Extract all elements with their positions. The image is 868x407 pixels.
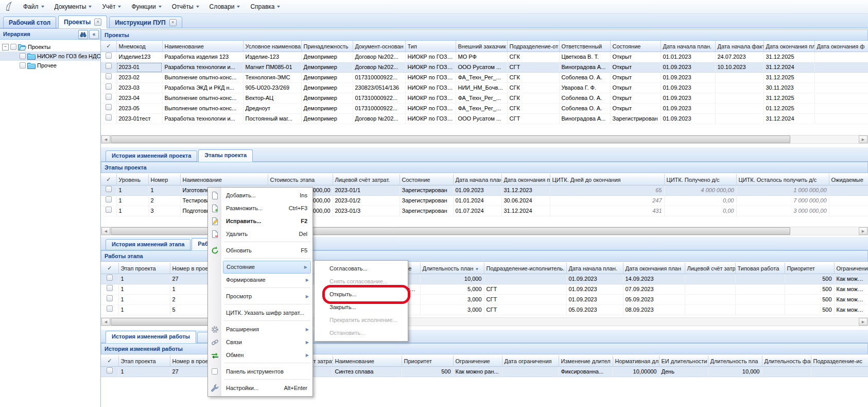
- menu-item[interactable]: УдалитьDel: [209, 228, 312, 241]
- cell[interactable]: 01.01.2024: [453, 196, 501, 206]
- menubar-item-functions[interactable]: Функции: [127, 3, 167, 10]
- tab-pup-instructions[interactable]: Инструкции ПУП×: [109, 16, 182, 28]
- tab-project-stages[interactable]: Этапы проекта: [198, 149, 253, 162]
- column-header[interactable]: Дата ограничения: [502, 355, 559, 367]
- column-header[interactable]: Условное наименова: [243, 41, 301, 52]
- menu-item[interactable]: Связи▶: [209, 336, 312, 349]
- menu-item[interactable]: Закрыть...: [315, 301, 407, 314]
- row-checkbox[interactable]: [106, 196, 112, 202]
- scrollbar-thumb[interactable]: [111, 135, 790, 143]
- column-header[interactable]: Мнемокод: [116, 41, 162, 52]
- column-header[interactable]: Ответственный: [559, 41, 610, 52]
- cell[interactable]: СГТ: [484, 305, 566, 315]
- tree-checkbox[interactable]: [10, 44, 16, 50]
- cell[interactable]: Договор №202...: [353, 52, 405, 62]
- select-all-header[interactable]: ✓: [101, 263, 118, 274]
- cell[interactable]: ФА_Техн_Рег_...: [456, 73, 507, 83]
- cell[interactable]: Как можно ран...: [834, 274, 868, 284]
- cell[interactable]: Зарегистрирован: [400, 196, 453, 206]
- cell[interactable]: [715, 93, 763, 104]
- cell[interactable]: 2023-01/2: [333, 196, 400, 206]
- cell[interactable]: Как можно ран...: [834, 305, 868, 315]
- cell[interactable]: 1: [118, 305, 170, 315]
- cell[interactable]: 0,00: [664, 196, 736, 206]
- cell[interactable]: 2: [148, 196, 180, 206]
- cell[interactable]: 2023-04: [116, 93, 162, 104]
- cell[interactable]: Соболева О. А.: [559, 104, 610, 114]
- cell[interactable]: [829, 196, 868, 206]
- cell[interactable]: 247: [550, 196, 664, 206]
- cell[interactable]: 017310000922...: [353, 104, 405, 114]
- cell[interactable]: [685, 284, 735, 295]
- cell[interactable]: 1: [118, 295, 170, 305]
- column-header[interactable]: ЦИТК. Осталось получить д/с: [736, 174, 829, 185]
- cell[interactable]: 30.11.2023: [763, 83, 814, 93]
- cell[interactable]: Зарегистрирован: [400, 185, 453, 196]
- cell[interactable]: Синтез сплава: [333, 367, 402, 377]
- row-checkbox[interactable]: [107, 367, 113, 374]
- cell[interactable]: 01.09.2023: [661, 104, 715, 114]
- menubar-item-file[interactable]: Файл: [19, 3, 50, 10]
- cell[interactable]: СГТ: [507, 114, 559, 124]
- cell[interactable]: 0,00: [664, 206, 736, 216]
- row-checkbox[interactable]: [107, 295, 113, 301]
- cell[interactable]: Демопример: [301, 73, 353, 83]
- column-header[interactable]: Приоритет: [785, 263, 834, 274]
- cell[interactable]: 01.09.2023: [661, 73, 715, 83]
- cell[interactable]: 10.10.2023: [715, 62, 763, 73]
- cell[interactable]: ООО Русатом ...: [456, 114, 507, 124]
- cell[interactable]: 01.09.2023: [661, 114, 715, 124]
- column-header[interactable]: Дата начала план: [453, 174, 501, 185]
- cell[interactable]: [814, 104, 868, 114]
- table-row[interactable]: 2023-04Выполнение опытно-конс...Вектор-А…: [101, 93, 868, 104]
- tree-item[interactable]: НИОКР по ГОЗ без НДС: [0, 52, 100, 61]
- cell[interactable]: Фиксированна...: [559, 367, 613, 377]
- cell[interactable]: НИОКР по ГОЗ ...: [405, 73, 456, 83]
- cell[interactable]: Демопример: [301, 62, 353, 73]
- cell[interactable]: 500: [785, 295, 834, 305]
- cell[interactable]: НИОКР по ГОЗ ...: [405, 93, 456, 104]
- cell[interactable]: [762, 367, 811, 377]
- cell[interactable]: 2023-01: [116, 62, 162, 73]
- cell[interactable]: 30.06.2024: [501, 196, 550, 206]
- row-checkbox[interactable]: [106, 104, 112, 110]
- column-header[interactable]: Лицевой счёт затр: [685, 263, 735, 274]
- scroll-left-icon[interactable]: ◀: [101, 318, 110, 326]
- cell[interactable]: Уварова Г. Ф.: [559, 83, 610, 93]
- close-icon[interactable]: ×: [94, 19, 101, 26]
- table-row[interactable]: 2023-01Разработка технологии и...Магнит …: [101, 62, 868, 73]
- cell[interactable]: СГК: [507, 104, 559, 114]
- cell[interactable]: [829, 206, 868, 216]
- cell[interactable]: НИОКР по ГОЗ ...: [405, 104, 456, 114]
- cell[interactable]: [814, 62, 868, 73]
- column-header[interactable]: Стоимость этапа: [268, 174, 333, 185]
- cell[interactable]: 3,000: [420, 305, 484, 315]
- tab-desktop[interactable]: Рабочий стол: [3, 16, 56, 28]
- cell[interactable]: 10,000: [708, 367, 762, 377]
- column-header[interactable]: Состояние: [400, 174, 453, 185]
- cell[interactable]: СГТ: [484, 284, 566, 295]
- cell[interactable]: 230823/0514/136: [353, 83, 405, 93]
- cell[interactable]: 500: [785, 305, 834, 315]
- cell[interactable]: Открыт: [610, 83, 661, 93]
- row-checkbox[interactable]: [106, 94, 112, 100]
- cell[interactable]: 3,000: [420, 295, 484, 305]
- column-header[interactable]: Длительность пла: [708, 355, 762, 367]
- cell[interactable]: НИИ_НМ_Бочв...: [456, 83, 507, 93]
- cell[interactable]: НИОКР по ГОЗ ...: [405, 83, 456, 93]
- cell[interactable]: Постоянный маг...: [243, 114, 301, 124]
- cell[interactable]: [715, 104, 763, 114]
- cell[interactable]: 431: [550, 206, 664, 216]
- cell[interactable]: [814, 83, 868, 93]
- column-header[interactable]: Этап проекта: [118, 355, 170, 367]
- cell[interactable]: 01.01.2023: [661, 52, 715, 62]
- column-header[interactable]: Лицевой счёт затрат.: [333, 174, 400, 185]
- cell[interactable]: 31.12.2024: [763, 114, 814, 124]
- cell[interactable]: СГТ: [507, 62, 559, 73]
- cell[interactable]: 24.07.2023: [715, 52, 763, 62]
- cell[interactable]: Демопример: [301, 104, 353, 114]
- cell[interactable]: 1 000 000,00: [736, 185, 829, 196]
- cell[interactable]: [484, 274, 566, 284]
- row-checkbox[interactable]: [106, 63, 112, 69]
- cell[interactable]: 1: [116, 185, 148, 196]
